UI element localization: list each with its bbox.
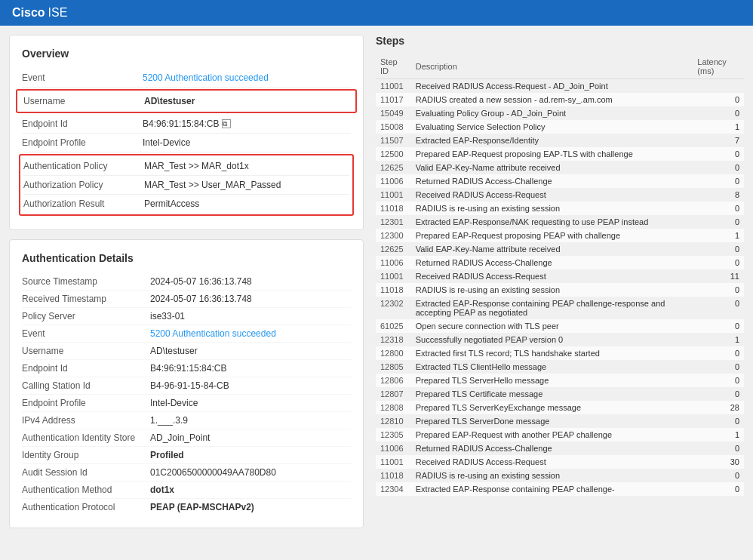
- step-id-cell: 11001: [376, 455, 411, 469]
- step-desc-cell: Prepared TLS Certificate message: [411, 387, 693, 401]
- step-id-cell: 11018: [376, 283, 411, 297]
- details-row-ipv4: IPv4 Address 1.___.3.9: [22, 412, 351, 429]
- steps-header-row: Step ID Description Latency (ms): [376, 54, 744, 79]
- overview-value-auth-policy: MAR_Test >> MAR_dot1x: [144, 161, 249, 171]
- step-latency-cell: 30: [693, 455, 744, 469]
- overview-card: Overview Event 5200 Authentication succe…: [9, 35, 364, 230]
- details-label-ipv4: IPv4 Address: [22, 415, 150, 426]
- table-row: 12300Prepared EAP-Request proposing PEAP…: [376, 229, 744, 242]
- step-id-cell: 12805: [376, 360, 411, 374]
- step-latency-cell: 0: [693, 387, 744, 401]
- step-latency-cell: 28: [693, 401, 744, 414]
- step-id-cell: 11001: [376, 188, 411, 202]
- step-id-cell: 12806: [376, 374, 411, 387]
- step-latency-cell: 0: [693, 106, 744, 120]
- details-row-auth-protocol: Authentication Protocol PEAP (EAP-MSCHAP…: [22, 499, 351, 515]
- table-row: 11018RADIUS is re-using an existing sess…: [376, 202, 744, 215]
- step-id-cell: 11006: [376, 256, 411, 269]
- overview-row-authz-policy: Authorization Policy MAR_Test >> User_MA…: [23, 176, 349, 195]
- step-id-cell: 12808: [376, 401, 411, 414]
- details-label-auth-method: Authentication Method: [22, 485, 150, 495]
- step-latency-cell: 0: [693, 93, 744, 106]
- policy-highlight-box: Authentication Policy MAR_Test >> MAR_do…: [19, 154, 354, 216]
- details-value-audit-session: 01C2006500000049AA780D80: [150, 467, 276, 478]
- table-row: 11001Received RADIUS Access-Request30: [376, 455, 744, 469]
- step-desc-cell: Extracted EAP-Response/Identity: [411, 134, 693, 147]
- details-value-endpoint-id: B4:96:91:15:84:CB: [150, 363, 226, 374]
- step-latency-cell: 0: [693, 283, 744, 297]
- details-title: Authentication Details: [22, 252, 351, 264]
- col-description: Description: [411, 54, 693, 79]
- details-row-auth-store: Authentication Identity Store AD_Join_Po…: [22, 429, 351, 447]
- table-row: 11018RADIUS is re-using an existing sess…: [376, 469, 744, 482]
- step-desc-cell: Valid EAP-Key-Name attribute received: [411, 161, 693, 174]
- step-desc-cell: Extracted TLS ClientHello message: [411, 360, 693, 374]
- table-row: 11001Received RADIUS Access-Request - AD…: [376, 79, 744, 94]
- overview-label-authz-policy: Authorization Policy: [23, 180, 144, 190]
- table-row: 12806Prepared TLS ServerHello message0: [376, 374, 744, 387]
- step-latency-cell: 0: [693, 374, 744, 387]
- step-latency-cell: 7: [693, 134, 744, 147]
- step-latency-cell: 0: [693, 469, 744, 482]
- top-bar: Cisco ISE: [0, 0, 753, 26]
- overview-value-event[interactable]: 5200 Authentication succeeded: [143, 72, 269, 83]
- details-label-source-ts: Source Timestamp: [22, 276, 150, 287]
- details-value-auth-method: dot1x: [150, 485, 174, 495]
- details-label-auth-store: Authentication Identity Store: [22, 432, 150, 443]
- copy-icon[interactable]: ⧉: [222, 119, 231, 128]
- table-row: 15049Evaluating Policy Group - AD_Join_P…: [376, 106, 744, 120]
- overview-value-authz-policy: MAR_Test >> User_MAR_Passed: [144, 180, 281, 190]
- step-id-cell: 12300: [376, 229, 411, 242]
- steps-body: 11001Received RADIUS Access-Request - AD…: [376, 79, 744, 497]
- col-latency: Latency (ms): [693, 54, 744, 79]
- table-row: 12800Extracted first TLS record; TLS han…: [376, 346, 744, 360]
- step-latency-cell: 0: [693, 215, 744, 229]
- details-value-source-ts: 2024-05-07 16:36:13.748: [150, 276, 252, 287]
- step-desc-cell: RADIUS is re-using an existing session: [411, 469, 693, 482]
- step-desc-cell: Extracted EAP-Response/NAK requesting to…: [411, 215, 693, 229]
- step-desc-cell: RADIUS is re-using an existing session: [411, 202, 693, 215]
- brand-cisco: Cisco: [12, 6, 45, 20]
- step-latency-cell: [693, 79, 744, 94]
- details-row-audit-session: Audit Session Id 01C2006500000049AA780D8…: [22, 464, 351, 482]
- details-value-ipv4: 1.___.3.9: [150, 415, 188, 426]
- overview-row-endpoint-id: Endpoint Id B4:96:91:15:84:CB ⧉: [22, 115, 351, 134]
- step-desc-cell: Received RADIUS Access-Request: [411, 269, 693, 283]
- right-panel: Steps Step ID Description Latency (ms) 1…: [376, 35, 744, 549]
- step-desc-cell: Received RADIUS Access-Request: [411, 455, 693, 469]
- details-row-auth-method: Authentication Method dot1x: [22, 482, 351, 499]
- overview-row-endpoint-profile: Endpoint Profile Intel-Device: [22, 134, 351, 152]
- table-row: 15008Evaluating Service Selection Policy…: [376, 120, 744, 134]
- step-latency-cell: 0: [693, 319, 744, 333]
- details-row-event: Event 5200 Authentication succeeded: [22, 325, 351, 343]
- overview-value-username: AD\testuser: [144, 96, 195, 106]
- step-latency-cell: 0: [693, 414, 744, 428]
- table-row: 11018RADIUS is re-using an existing sess…: [376, 283, 744, 297]
- details-row-username: Username AD\testuser: [22, 343, 351, 360]
- step-desc-cell: Successfully negotiated PEAP version 0: [411, 333, 693, 346]
- details-row-calling-station: Calling Station Id B4-96-91-15-84-CB: [22, 377, 351, 395]
- table-row: 12318Successfully negotiated PEAP versio…: [376, 333, 744, 346]
- details-value-event[interactable]: 5200 Authentication succeeded: [150, 328, 276, 339]
- table-row: 12625Valid EAP-Key-Name attribute receiv…: [376, 242, 744, 256]
- details-row-identity-group: Identity Group Profiled: [22, 447, 351, 464]
- step-id-cell: 12625: [376, 242, 411, 256]
- step-latency-cell: 0: [693, 346, 744, 360]
- details-row-recv-ts: Received Timestamp 2024-05-07 16:36:13.7…: [22, 291, 351, 308]
- step-latency-cell: 0: [693, 147, 744, 161]
- details-value-auth-store: AD_Join_Point: [150, 432, 210, 443]
- details-row-policy-server: Policy Server ise33-01: [22, 308, 351, 325]
- table-row: 61025Open secure connection with TLS pee…: [376, 319, 744, 333]
- overview-value-endpoint-id: B4:96:91:15:84:CB ⧉: [143, 118, 231, 129]
- details-value-policy-server: ise33-01: [150, 311, 185, 322]
- step-desc-cell: Evaluating Policy Group - AD_Join_Point: [411, 106, 693, 120]
- step-desc-cell: Prepared EAP-Request proposing PEAP with…: [411, 229, 693, 242]
- step-id-cell: 15008: [376, 120, 411, 134]
- step-id-cell: 12807: [376, 387, 411, 401]
- steps-table: Step ID Description Latency (ms) 11001Re…: [376, 54, 744, 496]
- step-id-cell: 12305: [376, 428, 411, 442]
- step-id-cell: 11018: [376, 202, 411, 215]
- table-row: 11001Received RADIUS Access-Request11: [376, 269, 744, 283]
- table-row: 12810Prepared TLS ServerDone message0: [376, 414, 744, 428]
- table-row: 11006Returned RADIUS Access-Challenge0: [376, 174, 744, 188]
